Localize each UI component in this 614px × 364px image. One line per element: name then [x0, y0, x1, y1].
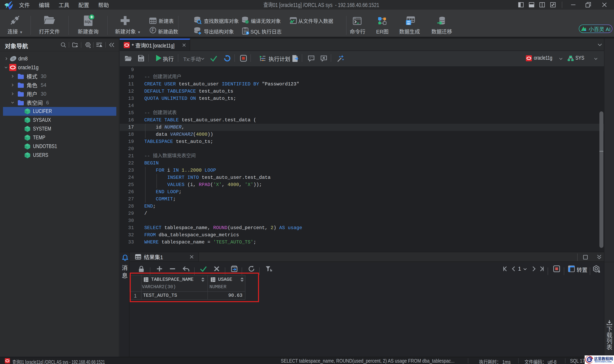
svg-text:/*: /* — [310, 56, 313, 60]
svg-text:SQL: SQL — [84, 20, 92, 24]
svg-text:F: F — [152, 27, 154, 33]
svg-text:ABC: ABC — [407, 23, 411, 25]
